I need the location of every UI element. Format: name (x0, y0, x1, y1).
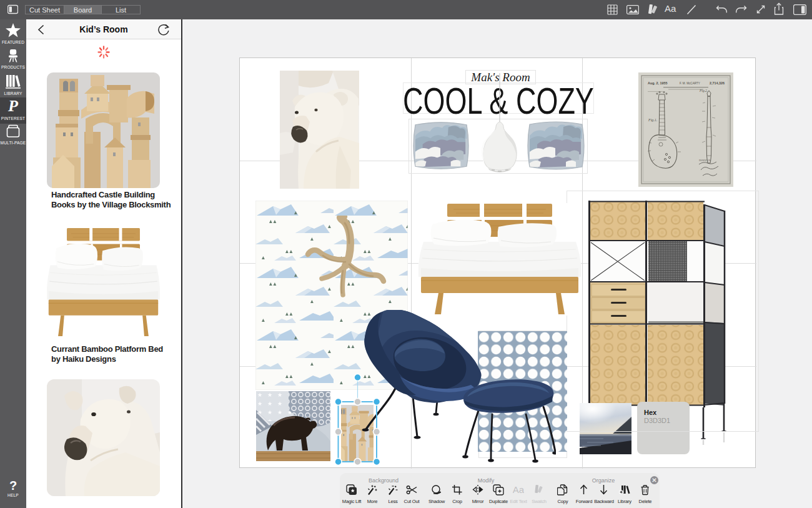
svg-text:P: P (7, 99, 19, 114)
svg-text:Aa: Aa (513, 484, 524, 495)
